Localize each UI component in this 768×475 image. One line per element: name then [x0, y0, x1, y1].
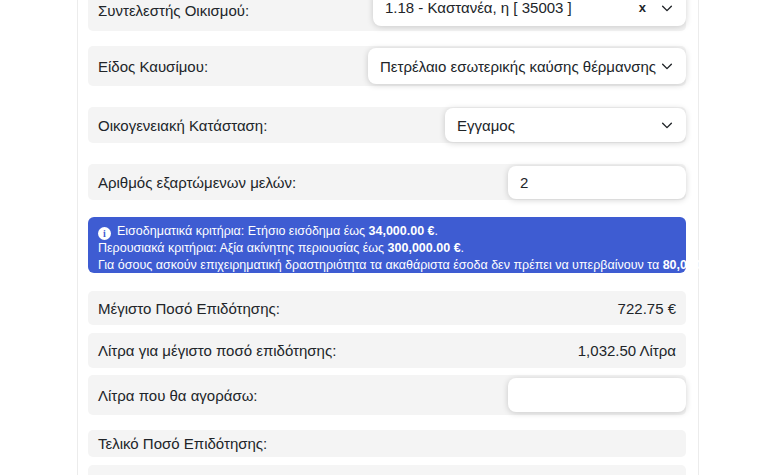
- row-final-subsidy: Τελικό Ποσό Επιδότησης:: [88, 430, 686, 457]
- dependents-label: Αριθμός εξαρτώμενων μελών:: [98, 174, 296, 191]
- settlement-coefficient-select[interactable]: 1.18 - Καστανέα, η [ 35003 ] x: [373, 0, 686, 26]
- max-liters-label: Λίτρα για μέγιστο ποσό επιδότησης:: [98, 342, 336, 359]
- row-max-subsidy: Μέγιστο Ποσό Επιδότησης: 722.75 €: [88, 291, 686, 325]
- max-subsidy-value: 722.75 €: [618, 300, 676, 317]
- liters-to-buy-label: Λίτρα που θα αγοράσω:: [98, 387, 258, 404]
- marital-status-label: Οικογενειακή Κατάσταση:: [98, 117, 267, 134]
- fuel-type-select[interactable]: Πετρέλαιο εσωτερικής καύσης θέρμανσης: [368, 48, 686, 84]
- criteria-info-box: iΕισοδηματικά κριτήρια: Ετήσιο εισόδημα …: [88, 217, 686, 273]
- info-circle-icon: i: [98, 227, 111, 240]
- dependents-input[interactable]: [508, 166, 686, 199]
- panel-right-border: [698, 0, 699, 475]
- business-criteria-line: Για όσους ασκούν επιχειρηματική δραστηρι…: [98, 257, 676, 274]
- row-max-liters: Λίτρα για μέγιστο ποσό επιδότησης: 1,032…: [88, 333, 686, 368]
- chevron-down-icon[interactable]: [660, 1, 674, 15]
- chevron-down-icon[interactable]: [660, 118, 674, 132]
- chevron-down-icon[interactable]: [660, 59, 674, 73]
- clear-selection-icon[interactable]: x: [633, 0, 660, 15]
- settlement-coefficient-value: 1.18 - Καστανέα, η [ 35003 ]: [373, 0, 633, 16]
- next-row-partial: [88, 465, 686, 475]
- settlement-coefficient-label: Συντελεστής Οικισμού:: [98, 2, 249, 19]
- liters-to-buy-input[interactable]: [508, 378, 686, 412]
- panel-left-border: [77, 0, 78, 475]
- final-subsidy-label: Τελικό Ποσό Επιδότησης:: [98, 435, 267, 452]
- fuel-type-label: Είδος Καυσίμου:: [98, 58, 208, 75]
- marital-status-select[interactable]: Εγγαμος: [445, 108, 686, 142]
- subsidy-calculator-page: Συντελεστής Οικισμού: 1.18 - Καστανέα, η…: [0, 0, 768, 475]
- max-subsidy-label: Μέγιστο Ποσό Επιδότησης:: [98, 300, 280, 317]
- marital-status-value: Εγγαμος: [445, 117, 660, 134]
- property-criteria-line: Περουσιακά κριτήρια: Αξία ακίνητης περιο…: [98, 240, 676, 257]
- max-liters-value: 1,032.50 Λίτρα: [578, 342, 676, 359]
- fuel-type-value: Πετρέλαιο εσωτερικής καύσης θέρμανσης: [368, 58, 660, 75]
- income-criteria-line: iΕισοδηματικά κριτήρια: Ετήσιο εισόδημα …: [98, 223, 676, 240]
